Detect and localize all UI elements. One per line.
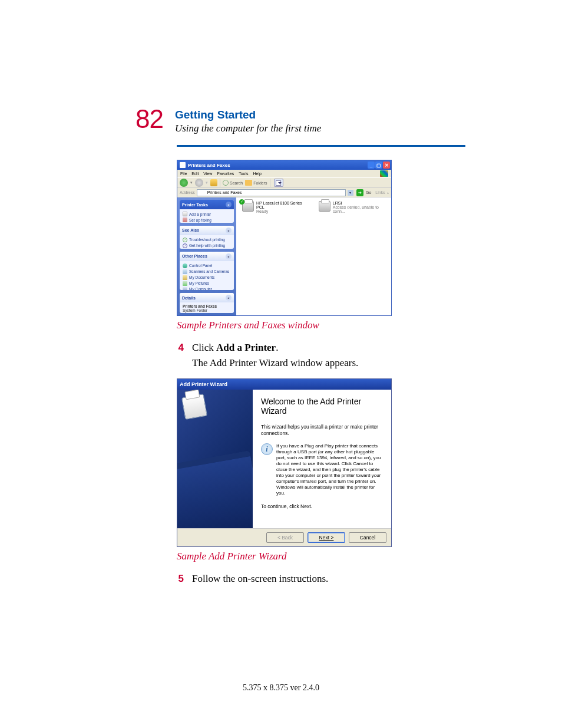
scanner-icon bbox=[183, 269, 187, 274]
forward-button[interactable] bbox=[195, 179, 203, 187]
titlebar-title: Printers and Faxes bbox=[188, 163, 368, 168]
back-button[interactable] bbox=[180, 179, 188, 187]
folders-button[interactable]: Folders bbox=[245, 180, 267, 186]
place-pictures[interactable]: My Pictures bbox=[183, 281, 231, 286]
wizard-continue-text: To continue, click Next. bbox=[261, 503, 383, 510]
add-printer-wizard-window: Add Printer Wizard Welcome to the Add Pr… bbox=[177, 378, 392, 547]
printer-list: ✓ HP LaserJet 8100 Series PCL Ready LRSI… bbox=[236, 197, 391, 315]
see-troubleshoot[interactable]: ?Troubleshoot printing bbox=[183, 237, 231, 243]
views-button[interactable] bbox=[274, 179, 283, 187]
help-icon: ? bbox=[183, 243, 187, 248]
chevron-icon: « bbox=[226, 228, 232, 233]
menu-tools[interactable]: Tools bbox=[239, 172, 248, 176]
up-button[interactable] bbox=[210, 179, 217, 186]
figure-caption-1: Sample Printers and Faxes window bbox=[177, 319, 465, 331]
step-5-text: Follow the on-screen instructions. bbox=[192, 573, 465, 585]
menu-bar: File Edit View Favorites Tools Help bbox=[177, 170, 391, 177]
address-text: Printers and Faxes bbox=[207, 190, 242, 195]
documents-icon bbox=[183, 275, 187, 280]
details-name: Printers and Faxes bbox=[183, 304, 231, 308]
address-icon bbox=[199, 190, 203, 195]
default-check-icon: ✓ bbox=[239, 199, 244, 205]
info-icon: i bbox=[261, 443, 273, 455]
wizard-info-text: If you have a Plug and Play printer that… bbox=[276, 443, 383, 496]
go-label: Go bbox=[366, 190, 371, 195]
header-rule bbox=[177, 145, 465, 147]
toolbar: ▾ ▾ Search Folders bbox=[177, 177, 391, 188]
wizard-titlebar[interactable]: Add Printer Wizard bbox=[177, 379, 391, 390]
next-button[interactable]: Next > bbox=[308, 532, 345, 543]
printer-graphic-large bbox=[177, 450, 253, 528]
printer-tasks-header[interactable]: Printer Tasks« bbox=[180, 200, 234, 209]
place-computer[interactable]: My Computer bbox=[183, 286, 231, 290]
titlebar-icon bbox=[180, 162, 186, 168]
place-documents[interactable]: My Documents bbox=[183, 275, 231, 281]
details-type: System Folder bbox=[183, 308, 207, 312]
sidebar: Printer Tasks« Add a printer Set up faxi… bbox=[177, 197, 236, 315]
cancel-button[interactable]: Cancel bbox=[349, 532, 386, 543]
printer-name: HP LaserJet 8100 Series PCL bbox=[256, 201, 307, 209]
task-add-printer[interactable]: Add a printer bbox=[183, 211, 231, 217]
menu-edit[interactable]: Edit bbox=[191, 172, 199, 176]
details-panel: Details« Printers and Faxes System Folde… bbox=[180, 293, 234, 313]
printer-name: LRSI bbox=[333, 201, 388, 205]
details-header[interactable]: Details« bbox=[180, 293, 234, 302]
wizard-button-row: < Back Next > Cancel bbox=[177, 528, 391, 546]
computer-icon bbox=[183, 287, 187, 290]
control-panel-icon bbox=[183, 263, 187, 268]
chevron-icon: « bbox=[226, 253, 232, 259]
step-number-4: 4 bbox=[177, 342, 184, 354]
wizard-heading: Welcome to the Add Printer Wizard bbox=[261, 397, 383, 416]
chevron-icon: « bbox=[226, 295, 232, 301]
chevron-icon: « bbox=[226, 202, 232, 207]
see-also-panel: See Also« ?Troubleshoot printing ?Get he… bbox=[180, 226, 234, 249]
address-bar: Address Printers and Faxes ▾ ➔ Go Links … bbox=[177, 188, 391, 197]
other-places-panel: Other Places« Control Panel Scanners and… bbox=[180, 252, 234, 290]
folder-icon bbox=[245, 180, 252, 186]
go-button[interactable]: ➔ bbox=[356, 189, 363, 196]
wizard-intro-text: This wizard helps you install a printer … bbox=[261, 424, 383, 436]
page-number: 82 bbox=[135, 106, 163, 132]
printer-icon bbox=[183, 212, 187, 216]
printer-icon: ✓ bbox=[242, 201, 254, 212]
menu-view[interactable]: View bbox=[203, 172, 212, 176]
windows-logo-icon bbox=[380, 170, 388, 177]
wizard-title: Add Printer Wizard bbox=[180, 381, 227, 387]
step-number-5: 5 bbox=[177, 573, 184, 585]
menu-help[interactable]: Help bbox=[253, 172, 262, 176]
minimize-button[interactable]: _ bbox=[368, 162, 375, 169]
menu-favorites[interactable]: Favorites bbox=[217, 172, 234, 176]
search-button[interactable]: Search bbox=[223, 180, 243, 186]
place-scanners[interactable]: Scanners and Cameras bbox=[183, 269, 231, 275]
wizard-side-graphic bbox=[177, 390, 253, 528]
search-icon bbox=[223, 180, 229, 186]
place-control-panel[interactable]: Control Panel bbox=[183, 263, 231, 269]
see-help[interactable]: ?Get help with printing bbox=[183, 243, 231, 249]
section-title: Getting Started bbox=[175, 108, 321, 121]
printers-faxes-window: Printers and Faxes _ ▢ ✕ File Edit View … bbox=[177, 160, 392, 316]
figure-caption-2: Sample Add Printer Wizard bbox=[177, 551, 465, 562]
step-4-text: Click Add a Printer. bbox=[192, 342, 465, 354]
section-subtitle: Using the computer for the first time bbox=[175, 123, 321, 134]
maximize-button[interactable]: ▢ bbox=[375, 162, 382, 169]
printer-graphic-icon bbox=[181, 394, 207, 420]
address-input[interactable]: Printers and Faxes bbox=[197, 189, 346, 196]
task-setup-faxing[interactable]: Set up faxing bbox=[183, 217, 231, 223]
close-button[interactable]: ✕ bbox=[383, 162, 390, 169]
titlebar[interactable]: Printers and Faxes _ ▢ ✕ bbox=[177, 160, 391, 170]
back-button: < Back bbox=[266, 532, 304, 543]
links-button[interactable]: Links bbox=[375, 190, 385, 195]
printer-icon bbox=[319, 201, 330, 212]
step-4-followup: The Add Printer Wizard window appears. bbox=[192, 357, 465, 369]
other-places-header[interactable]: Other Places« bbox=[180, 252, 234, 261]
menu-file[interactable]: File bbox=[180, 172, 187, 176]
pictures-icon bbox=[183, 281, 187, 286]
address-dropdown[interactable]: ▾ bbox=[348, 190, 353, 196]
printer-item[interactable]: ✓ HP LaserJet 8100 Series PCL Ready bbox=[242, 201, 307, 213]
printer-tasks-panel: Printer Tasks« Add a printer Set up faxi… bbox=[180, 200, 234, 223]
address-label: Address bbox=[180, 190, 195, 195]
printer-item[interactable]: LRSI Access denied, unable to conn... bbox=[319, 201, 388, 213]
page-footer: 5.375 x 8.375 ver 2.4.0 bbox=[0, 683, 562, 693]
see-also-header[interactable]: See Also« bbox=[180, 226, 234, 235]
printer-status: Access denied, unable to conn... bbox=[333, 205, 388, 213]
